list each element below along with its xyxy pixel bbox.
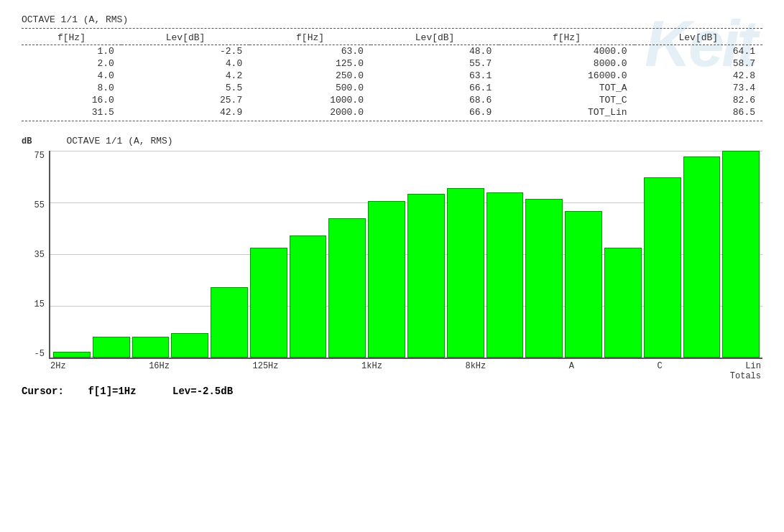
bar <box>250 248 287 358</box>
table-cell: 1000.0 <box>249 94 371 106</box>
cursor-info: Cursor: f[1]=1Hz Lev=-2.5dB <box>22 386 233 397</box>
table-cell: 42.9 <box>121 106 249 118</box>
x-label-8khz: 8kHz <box>465 361 486 371</box>
bar <box>53 352 91 358</box>
col-header-lev1: Lev[dB] <box>121 31 249 45</box>
col-header-f3: f[Hz] <box>499 31 634 45</box>
bar <box>93 337 130 358</box>
table-cell: 73.4 <box>635 82 762 94</box>
bar <box>683 157 721 358</box>
y-tick-label: -5 <box>34 349 45 359</box>
table-cell: 86.5 <box>635 106 762 118</box>
page-container: Keit OCTAVE 1/1 (A, RMS) f[Hz] Lev[dB] f… <box>0 0 784 532</box>
bar <box>368 201 405 358</box>
x-label-c: C <box>658 361 663 371</box>
table-cell: 63.1 <box>371 70 499 82</box>
table-row: 8.05.5500.066.1TOT_A73.4 <box>22 82 762 94</box>
y-axis: 75553515-5 <box>22 151 49 359</box>
table-cell: 8000.0 <box>499 57 634 70</box>
col-header-lev2: Lev[dB] <box>371 31 499 45</box>
totals-row: Totals <box>49 371 762 381</box>
table-cell: 16.0 <box>22 94 121 106</box>
cursor-row: Cursor: f[1]=1Hz Lev=-2.5dB <box>22 386 762 397</box>
x-axis-row: 2Hz 16Hz 125Hz 1kHz 8kHz A C Lin <box>49 359 762 371</box>
table-cell: 125.0 <box>249 57 371 70</box>
x-label-16hz: 16Hz <box>149 361 170 371</box>
table-cell: 25.7 <box>121 94 249 106</box>
x-label-1khz: 1kHz <box>361 361 382 371</box>
bars-container <box>50 151 762 358</box>
bar <box>407 194 445 358</box>
table-cell: TOT_Lin <box>499 106 634 118</box>
db-label: dB <box>22 136 32 146</box>
table-head: f[Hz] Lev[dB] f[Hz] Lev[dB] f[Hz] Lev[dB… <box>22 31 762 45</box>
table-body: 1.0-2.563.048.04000.064.12.04.0125.055.7… <box>22 45 762 119</box>
bar <box>486 192 524 358</box>
table-cell: 1.0 <box>22 45 121 57</box>
table-cell: 250.0 <box>249 70 371 82</box>
bar <box>525 199 563 358</box>
table-row: 16.025.71000.068.6TOT_C82.6 <box>22 94 762 106</box>
chart-section: dB OCTAVE 1/1 (A, RMS) 75553515-5 <box>22 136 762 397</box>
col-header-f2: f[Hz] <box>249 31 371 45</box>
table-row: 4.04.2250.063.116000.042.8 <box>22 70 762 82</box>
table-cell: 82.6 <box>635 94 762 106</box>
chart-body: 2Hz 16Hz 125Hz 1kHz 8kHz A C Lin Totals <box>49 151 762 381</box>
table-header-row: f[Hz] Lev[dB] f[Hz] Lev[dB] f[Hz] Lev[dB… <box>22 31 762 45</box>
x-label-2hz: 2Hz <box>50 361 66 371</box>
bar <box>328 218 366 358</box>
table-cell: 58.7 <box>635 57 762 70</box>
table-cell: 31.5 <box>22 106 121 118</box>
table-row: 2.04.0125.055.78000.058.7 <box>22 57 762 70</box>
totals-label: Totals <box>730 371 761 381</box>
table-row: 31.542.92000.066.9TOT_Lin86.5 <box>22 106 762 118</box>
x-label-125hz: 125Hz <box>253 361 279 371</box>
table-cell: 2000.0 <box>249 106 371 118</box>
y-tick-label: 55 <box>34 200 45 210</box>
table-cell: 42.8 <box>635 70 762 82</box>
bar <box>132 337 170 358</box>
cursor-freq: f[1]=1Hz <box>88 386 136 397</box>
col-header-lev3: Lev[dB] <box>635 31 762 45</box>
cursor-label: Cursor: <box>22 386 64 397</box>
top-divider <box>22 28 762 29</box>
table-cell: 2.0 <box>22 57 121 70</box>
x-label-lin: Lin <box>745 361 761 371</box>
table-cell: 8.0 <box>22 82 121 94</box>
chart-area <box>49 151 762 359</box>
table-cell: 5.5 <box>121 82 249 94</box>
table-cell: TOT_A <box>499 82 634 94</box>
chart-layout: 75553515-5 <box>22 151 762 381</box>
y-tick-label: 75 <box>34 151 45 161</box>
table-cell: 68.6 <box>371 94 499 106</box>
table-row: 1.0-2.563.048.04000.064.1 <box>22 45 762 57</box>
col-header-f1: f[Hz] <box>22 31 121 45</box>
table-cell: 64.1 <box>635 45 762 57</box>
data-table: f[Hz] Lev[dB] f[Hz] Lev[dB] f[Hz] Lev[dB… <box>22 31 762 118</box>
table-cell: 4.0 <box>22 70 121 82</box>
bar <box>565 211 602 358</box>
main-content: OCTAVE 1/1 (A, RMS) f[Hz] Lev[dB] f[Hz] … <box>22 14 762 397</box>
cursor-level: Lev=-2.5dB <box>172 386 233 397</box>
bar <box>447 188 484 358</box>
table-cell: 4.2 <box>121 70 249 82</box>
table-title: OCTAVE 1/1 (A, RMS) <box>22 14 762 25</box>
x-label-a: A <box>569 361 574 371</box>
bar <box>211 287 248 358</box>
table-cell: 4.0 <box>121 57 249 70</box>
table-cell: TOT_C <box>499 94 634 106</box>
table-cell: 66.1 <box>371 82 499 94</box>
bar <box>604 248 642 358</box>
chart-title: OCTAVE 1/1 (A, RMS) <box>66 136 172 146</box>
table-cell: 66.9 <box>371 106 499 118</box>
table-cell: 63.0 <box>249 45 371 57</box>
table-cell: 500.0 <box>249 82 371 94</box>
table-cell: 55.7 <box>371 57 499 70</box>
table-section: OCTAVE 1/1 (A, RMS) f[Hz] Lev[dB] f[Hz] … <box>22 14 762 121</box>
table-cell: 16000.0 <box>499 70 634 82</box>
y-tick-label: 15 <box>34 299 45 309</box>
table-cell: 48.0 <box>371 45 499 57</box>
table-cell: -2.5 <box>121 45 249 57</box>
bottom-divider <box>22 121 762 121</box>
table-cell: 4000.0 <box>499 45 634 57</box>
